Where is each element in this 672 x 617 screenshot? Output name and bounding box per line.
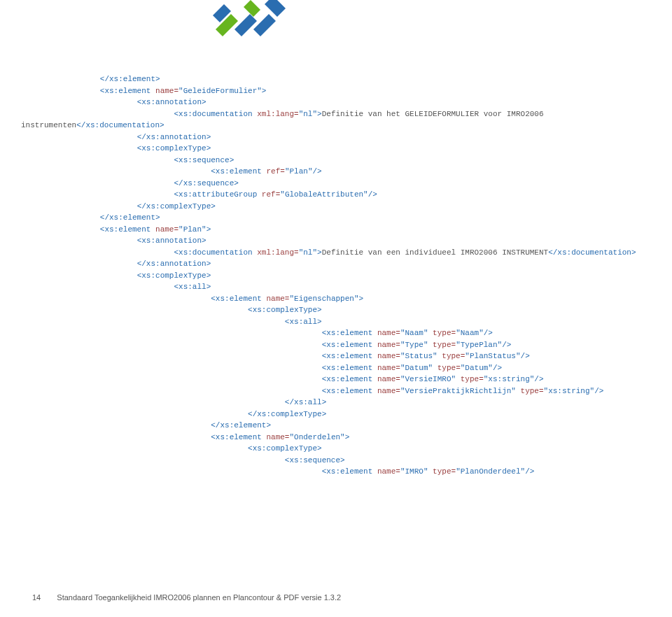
svg-marker-1: [234, 14, 257, 36]
svg-marker-4: [244, 0, 260, 17]
page-number: 14: [32, 593, 41, 602]
footer-text: Standaard Toegankelijkheid IMRO2006 plan…: [57, 593, 341, 602]
footer: 14 Standaard Toegankelijkheid IMRO2006 p…: [32, 593, 341, 602]
svg-marker-5: [265, 0, 286, 17]
logo: [210, 0, 301, 41]
xml-code-block: </xs:element> <xs:element name="GeleideF…: [63, 73, 665, 478]
svg-marker-2: [253, 14, 276, 36]
